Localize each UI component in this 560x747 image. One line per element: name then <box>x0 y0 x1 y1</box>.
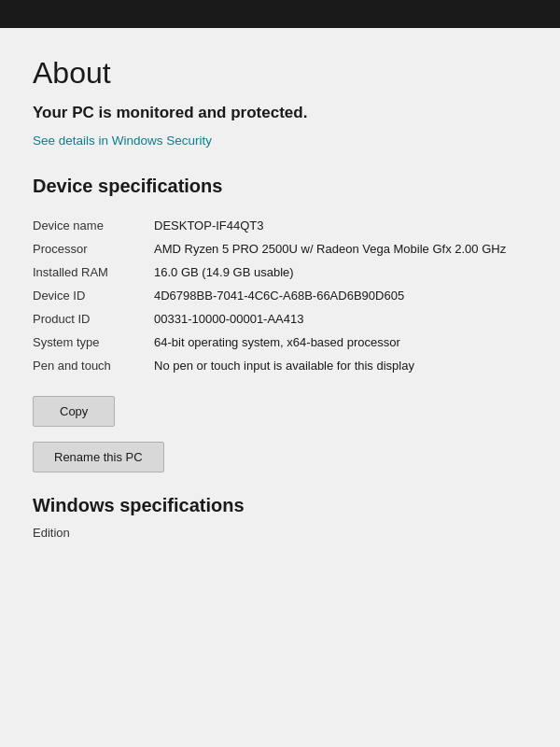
table-row: Device ID4D6798BB-7041-4C6C-A68B-66AD6B9… <box>33 284 527 307</box>
spec-value: No pen or touch input is available for t… <box>154 354 527 377</box>
table-row: Device nameDESKTOP-IF44QT3 <box>33 214 527 237</box>
main-content: About Your PC is monitored and protected… <box>0 28 560 747</box>
device-specs-title: Device specifications <box>33 176 527 197</box>
windows-specs-title: Windows specifications <box>33 495 527 516</box>
spec-label: System type <box>33 331 154 354</box>
spec-label: Product ID <box>33 307 154 331</box>
security-status-text: Your PC is monitored and protected. <box>33 104 527 122</box>
table-row: System type64-bit operating system, x64-… <box>33 331 527 354</box>
table-row: Product ID00331-10000-00001-AA413 <box>33 307 527 331</box>
spec-value: 00331-10000-00001-AA413 <box>154 307 527 331</box>
copy-button[interactable]: Copy <box>33 396 115 427</box>
security-link[interactable]: See details in Windows Security <box>33 134 212 148</box>
table-row: ProcessorAMD Ryzen 5 PRO 2500U w/ Radeon… <box>33 237 527 261</box>
edition-label: Edition <box>33 526 70 540</box>
page-title: About <box>33 56 527 91</box>
top-bar <box>0 0 560 28</box>
spec-value: 4D6798BB-7041-4C6C-A68B-66AD6B90D605 <box>154 284 527 307</box>
spec-value: 16.0 GB (14.9 GB usable) <box>154 261 527 284</box>
spec-label: Processor <box>33 237 154 261</box>
spec-label: Device name <box>33 214 154 237</box>
table-row: Pen and touchNo pen or touch input is av… <box>33 354 527 377</box>
button-group: Copy Rename this PC <box>33 396 527 495</box>
spec-value: 64-bit operating system, x64-based proce… <box>154 331 527 354</box>
spec-label: Installed RAM <box>33 261 154 284</box>
specs-table: Device nameDESKTOP-IF44QT3ProcessorAMD R… <box>33 214 527 377</box>
table-row: Installed RAM16.0 GB (14.9 GB usable) <box>33 261 527 284</box>
spec-label: Device ID <box>33 284 154 307</box>
spec-value: DESKTOP-IF44QT3 <box>154 214 527 237</box>
rename-pc-button[interactable]: Rename this PC <box>33 442 164 472</box>
spec-value: AMD Ryzen 5 PRO 2500U w/ Radeon Vega Mob… <box>154 237 527 261</box>
spec-label: Pen and touch <box>33 354 154 377</box>
